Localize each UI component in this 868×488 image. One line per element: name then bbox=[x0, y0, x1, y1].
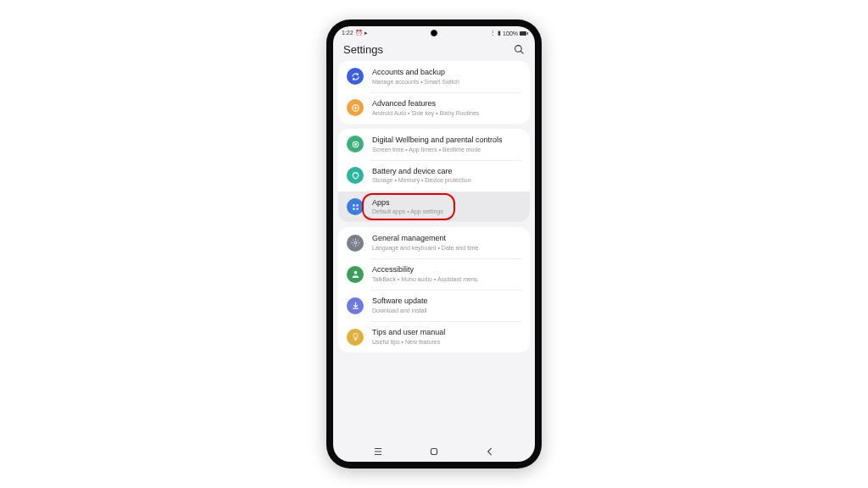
settings-item-subtitle: Manage accounts • Smart Switch bbox=[372, 78, 521, 86]
settings-item-apps[interactable]: AppsDefault apps • App settings bbox=[338, 191, 530, 223]
settings-item-title: Digital Wellbeing and parental controls bbox=[372, 136, 521, 145]
settings-item-subtitle: Android Auto • Side key • Bixby Routines bbox=[372, 109, 521, 117]
settings-item-title: Battery and device care bbox=[372, 167, 521, 176]
svg-point-6 bbox=[354, 143, 356, 145]
settings-item-text: AccessibilityTalkBack • Mono audio • Ass… bbox=[372, 265, 521, 283]
search-button[interactable] bbox=[514, 44, 525, 55]
settings-group: Accounts and backupManage accounts • Sma… bbox=[338, 61, 530, 124]
screen: 1:22 ⏰ ▸ ⋮ ▮ 100% Settings Accounts and … bbox=[333, 26, 535, 462]
settings-item-title: Accessibility bbox=[372, 265, 521, 274]
alarm-icon: ⏰ bbox=[355, 30, 363, 36]
settings-item-text: AppsDefault apps • App settings bbox=[372, 198, 521, 216]
wellbeing-icon bbox=[347, 136, 364, 152]
svg-rect-10 bbox=[356, 208, 358, 209]
settings-item-subtitle: TalkBack • Mono audio • Assistant menu bbox=[372, 275, 521, 283]
status-left: 1:22 ⏰ ▸ bbox=[342, 30, 368, 36]
software-icon bbox=[347, 297, 364, 314]
video-icon: ▸ bbox=[364, 30, 368, 36]
settings-item-tips[interactable]: Tips and user manualUseful tips • New fe… bbox=[338, 321, 530, 352]
settings-item-title: General management bbox=[372, 234, 521, 243]
status-time: 1:22 bbox=[342, 30, 353, 36]
battery-icon bbox=[347, 167, 364, 184]
settings-item-text: Accounts and backupManage accounts • Sma… bbox=[372, 68, 521, 86]
svg-rect-7 bbox=[353, 204, 354, 206]
settings-item-subtitle: Storage • Memory • Device protection bbox=[372, 176, 521, 184]
page-title: Settings bbox=[343, 43, 383, 56]
settings-group: Digital Wellbeing and parental controlsS… bbox=[338, 129, 530, 223]
accessibility-icon bbox=[347, 266, 364, 283]
svg-point-11 bbox=[354, 242, 357, 245]
app-header: Settings bbox=[333, 40, 535, 61]
advanced-icon bbox=[347, 99, 364, 116]
settings-item-title: Tips and user manual bbox=[372, 328, 521, 337]
svg-point-0 bbox=[515, 46, 522, 53]
android-nav-bar bbox=[333, 441, 535, 462]
wifi-icon: ⋮ bbox=[490, 30, 496, 36]
settings-item-title: Accounts and backup bbox=[372, 68, 521, 77]
status-right: ⋮ ▮ 100% bbox=[490, 30, 526, 36]
settings-item-software[interactable]: Software updateDownload and install bbox=[338, 290, 530, 321]
general-icon bbox=[347, 235, 364, 252]
apps-icon bbox=[347, 198, 364, 215]
settings-item-title: Advanced features bbox=[372, 99, 521, 108]
settings-item-text: Battery and device careStorage • Memory … bbox=[372, 167, 521, 185]
settings-item-title: Software update bbox=[372, 297, 521, 306]
svg-rect-18 bbox=[431, 449, 437, 455]
settings-list[interactable]: Accounts and backupManage accounts • Sma… bbox=[333, 61, 535, 441]
battery-text: 100% bbox=[503, 30, 518, 36]
settings-item-battery[interactable]: Battery and device careStorage • Memory … bbox=[338, 160, 530, 191]
back-button[interactable] bbox=[484, 446, 496, 458]
front-camera bbox=[431, 30, 437, 36]
settings-item-text: Tips and user manualUseful tips • New fe… bbox=[372, 328, 521, 346]
svg-rect-9 bbox=[353, 208, 354, 209]
settings-item-wellbeing[interactable]: Digital Wellbeing and parental controlsS… bbox=[338, 129, 530, 160]
settings-item-subtitle: Screen time • App timers • Bedtime mode bbox=[372, 146, 521, 153]
settings-item-accessibility[interactable]: AccessibilityTalkBack • Mono audio • Ass… bbox=[338, 258, 530, 290]
settings-item-subtitle: Language and keyboard • Date and time bbox=[372, 244, 521, 252]
settings-item-subtitle: Useful tips • New features bbox=[372, 338, 521, 346]
signal-icon: ▮ bbox=[498, 30, 501, 36]
settings-item-title: Apps bbox=[372, 198, 521, 208]
settings-item-text: General managementLanguage and keyboard … bbox=[372, 234, 521, 252]
settings-item-subtitle: Default apps • App settings bbox=[372, 208, 521, 215]
svg-line-1 bbox=[520, 51, 523, 53]
settings-item-general[interactable]: General managementLanguage and keyboard … bbox=[338, 227, 530, 258]
phone-frame: 1:22 ⏰ ▸ ⋮ ▮ 100% Settings Accounts and … bbox=[326, 19, 542, 469]
settings-item-subtitle: Download and install bbox=[372, 307, 521, 314]
accounts-icon bbox=[347, 68, 364, 85]
settings-item-accounts[interactable]: Accounts and backupManage accounts • Sma… bbox=[338, 61, 530, 92]
battery-icon bbox=[520, 31, 526, 36]
svg-point-12 bbox=[353, 271, 357, 274]
tips-icon bbox=[347, 329, 364, 346]
recents-button[interactable] bbox=[372, 446, 384, 458]
settings-item-text: Digital Wellbeing and parental controlsS… bbox=[372, 136, 521, 153]
home-button[interactable] bbox=[428, 446, 440, 458]
settings-item-text: Software updateDownload and install bbox=[372, 297, 521, 314]
settings-item-advanced[interactable]: Advanced featuresAndroid Auto • Side key… bbox=[338, 92, 530, 124]
svg-rect-8 bbox=[356, 204, 358, 206]
settings-group: General managementLanguage and keyboard … bbox=[338, 227, 530, 352]
settings-item-text: Advanced featuresAndroid Auto • Side key… bbox=[372, 99, 521, 117]
